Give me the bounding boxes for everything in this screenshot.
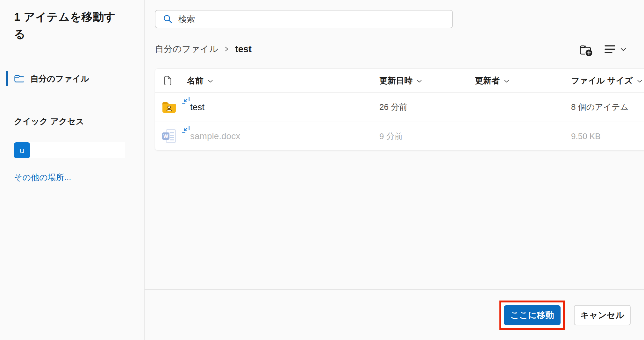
dialog-title: 1 アイテムを移動する: [14, 8, 119, 43]
table-header-row: 名前 更新日時 更新者 ファイル サイズ: [155, 69, 644, 93]
breadcrumb-root[interactable]: 自分のファイル: [155, 43, 218, 55]
item-name: sample.docx: [190, 131, 240, 141]
move-item-dialog: 1 アイテムを移動する 自分のファイル クイック アクセス u その他の場所..…: [0, 0, 644, 340]
sidebar-item-my-files[interactable]: 自分のファイル: [0, 69, 144, 88]
new-folder-icon: [579, 44, 593, 57]
column-label-name: 名前: [187, 75, 204, 86]
sort-chevron-icon: [208, 80, 213, 83]
move-here-button[interactable]: ここに移動: [504, 305, 561, 325]
column-label-size: ファイル サイズ: [571, 75, 633, 86]
column-header-size[interactable]: ファイル サイズ: [571, 75, 644, 86]
move-indicator-icon: [182, 96, 190, 107]
sort-chevron-icon: [417, 80, 422, 83]
column-label-modified: 更新日時: [379, 75, 412, 86]
shared-folder-icon: [161, 101, 177, 114]
move-indicator-icon: [182, 125, 190, 136]
sort-chevron-icon: [637, 80, 642, 83]
item-name: test: [190, 102, 204, 112]
quick-access-heading: クイック アクセス: [14, 116, 84, 127]
column-label-modified-by: 更新者: [475, 75, 500, 86]
column-header-name[interactable]: 名前: [155, 75, 379, 86]
footer-divider: [145, 289, 644, 290]
document-type-icon: [164, 76, 172, 86]
chevron-right-icon: [225, 46, 229, 52]
breadcrumb: 自分のファイル test: [155, 41, 252, 57]
table-row-word-document: W sample.docx 9 分前: [155, 122, 644, 151]
view-options-icon: [605, 45, 615, 54]
svg-text:W: W: [163, 134, 168, 139]
action-highlight-ring: ここに移動: [499, 301, 565, 330]
selected-indicator-bar: [6, 71, 8, 86]
item-size: 9.50 KB: [571, 131, 644, 141]
column-header-modified[interactable]: 更新日時: [379, 75, 475, 86]
cancel-button[interactable]: キャンセル: [574, 305, 631, 325]
more-places-link[interactable]: その他の場所...: [14, 172, 71, 183]
file-list-card: 名前 更新日時 更新者 ファイル サイズ: [155, 68, 644, 151]
sidebar-item-label: 自分のファイル: [30, 73, 89, 84]
item-modified: 26 分前: [379, 102, 475, 113]
sort-chevron-icon: [504, 80, 509, 83]
search-input[interactable]: [173, 11, 452, 28]
quick-access-item[interactable]: u: [14, 142, 125, 158]
sidebar-divider: [144, 0, 145, 340]
new-folder-button[interactable]: [579, 44, 593, 57]
item-size: 8 個のアイテム: [571, 102, 644, 113]
quick-access-tile[interactable]: u: [14, 142, 30, 158]
chevron-down-icon: [620, 48, 626, 51]
table-row-folder[interactable]: test 26 分前 8 個のアイテム: [155, 93, 644, 122]
search-box: [155, 10, 453, 28]
view-options-button[interactable]: [605, 45, 626, 54]
breadcrumb-current: test: [235, 44, 252, 54]
item-modified: 9 分前: [379, 131, 475, 142]
search-icon: [163, 14, 173, 24]
column-header-modified-by[interactable]: 更新者: [475, 75, 571, 86]
folder-outline-icon: [14, 74, 24, 83]
word-document-icon: W: [161, 129, 177, 144]
